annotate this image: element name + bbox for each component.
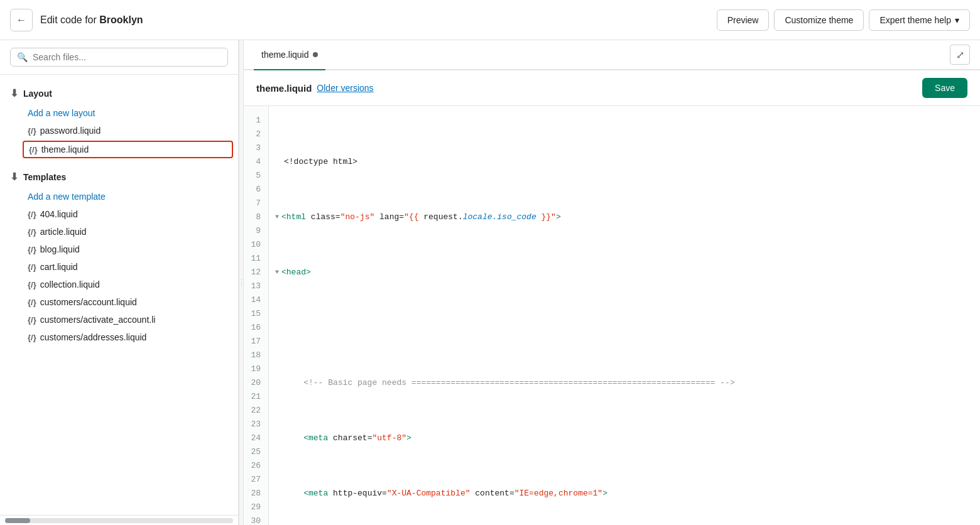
file-curly-icon-blog: {/} (28, 245, 36, 254)
sidebar-item-cart[interactable]: {/} cart.liquid (0, 258, 238, 276)
sidebar-item-theme-liquid[interactable]: {/} theme.liquid (23, 141, 233, 158)
expand-button[interactable]: ⤢ (950, 45, 970, 65)
unsaved-indicator (313, 52, 318, 57)
layout-section-label: Layout (23, 89, 52, 99)
sidebar-item-customers-activate[interactable]: {/} customers/activate_account.li (0, 311, 238, 328)
header: ← Edit code for Brooklyn Preview Customi… (0, 0, 980, 40)
expert-theme-help-button[interactable]: Expert theme help ▾ (869, 9, 970, 31)
code-line-6: <meta charset="utf-8"> (274, 431, 980, 445)
sidebar-horizontal-scrollbar[interactable] (0, 515, 238, 525)
resize-handle[interactable]: ··· (239, 40, 244, 525)
file-curly-icon-customers-account: {/} (28, 298, 36, 307)
sidebar-item-blog[interactable]: {/} blog.liquid (0, 241, 238, 258)
file-curly-icon-customers-activate: {/} (28, 315, 36, 325)
scrollbar-thumb (5, 518, 30, 523)
main-layout: 🔍 ⬇ Layout Add a new layout {/} password… (0, 40, 980, 525)
sidebar: 🔍 ⬇ Layout Add a new layout {/} password… (0, 40, 239, 525)
layout-download-icon: ⬇ (10, 87, 18, 99)
file-curly-icon-customers-addresses: {/} (28, 333, 36, 342)
code-line-4 (274, 321, 980, 335)
scrollbar-track (5, 518, 233, 523)
chevron-down-icon: ▾ (955, 15, 959, 25)
code-file-header: theme.liquid Older versions Save (244, 70, 980, 106)
code-tabs: theme.liquid ⤢ (244, 40, 980, 70)
layout-section-header: ⬇ Layout (0, 82, 238, 104)
code-file-title: theme.liquid (256, 83, 312, 94)
search-input[interactable] (33, 52, 221, 62)
code-line-3: ▼ <head> (274, 266, 980, 279)
code-line-2: ▼ <html class="no-js" lang="{{ request.l… (274, 210, 980, 224)
sidebar-item-customers-addresses[interactable]: {/} customers/addresses.liquid (0, 328, 238, 346)
file-curly-icon-404: {/} (28, 210, 36, 219)
templates-download-icon: ⬇ (10, 171, 18, 183)
file-curly-icon-cart: {/} (28, 262, 36, 272)
older-versions-link[interactable]: Older versions (317, 83, 373, 93)
code-line-1: <!doctype html> (274, 155, 980, 169)
page-title: Edit code for Brooklyn (40, 14, 717, 26)
sidebar-item-article[interactable]: {/} article.liquid (0, 223, 238, 241)
sidebar-item-collection[interactable]: {/} collection.liquid (0, 276, 238, 293)
sidebar-item-password-liquid[interactable]: {/} password.liquid (0, 122, 238, 139)
file-curly-icon-active: {/} (29, 145, 38, 154)
header-actions: Preview Customize theme Expert theme hel… (717, 9, 970, 31)
save-button[interactable]: Save (922, 78, 967, 98)
code-area: theme.liquid ⤢ theme.liquid Older versio… (244, 40, 980, 525)
fold-arrow-2[interactable]: ▼ (275, 210, 279, 224)
sidebar-item-404[interactable]: {/} 404.liquid (0, 205, 238, 223)
search-icon: 🔍 (17, 52, 28, 62)
sidebar-content: ⬇ Layout Add a new layout {/} password.l… (0, 75, 238, 515)
sidebar-search-area: 🔍 (0, 40, 238, 75)
preview-button[interactable]: Preview (717, 9, 770, 31)
add-new-layout-link[interactable]: Add a new layout (0, 104, 238, 122)
file-curly-icon-article: {/} (28, 227, 36, 237)
back-button[interactable]: ← (10, 9, 33, 31)
tab-theme-liquid[interactable]: theme.liquid (254, 40, 325, 70)
code-line-7: <meta http-equiv="X-UA-Compatible" conte… (274, 487, 980, 501)
tab-label: theme.liquid (261, 50, 309, 60)
customize-theme-button[interactable]: Customize theme (774, 9, 864, 31)
templates-section-header: ⬇ Templates (0, 166, 238, 188)
file-curly-icon: {/} (28, 126, 36, 136)
code-editor[interactable]: 1 2 3 4 5 6 7 8 9 10 11 12 13 14 15 16 1 (244, 106, 980, 525)
fold-arrow-3[interactable]: ▼ (275, 266, 279, 279)
sidebar-item-customers-account[interactable]: {/} customers/account.liquid (0, 293, 238, 311)
line-numbers: 1 2 3 4 5 6 7 8 9 10 11 12 13 14 15 16 1 (244, 106, 269, 525)
code-line-5: <!-- Basic page needs ==================… (274, 376, 980, 390)
search-wrapper: 🔍 (10, 48, 228, 67)
file-curly-icon-collection: {/} (28, 280, 36, 290)
code-lines[interactable]: <!doctype html> ▼ <html class="no-js" la… (269, 106, 980, 525)
add-new-template-link[interactable]: Add a new template (0, 188, 238, 205)
templates-section-label: Templates (23, 172, 66, 182)
